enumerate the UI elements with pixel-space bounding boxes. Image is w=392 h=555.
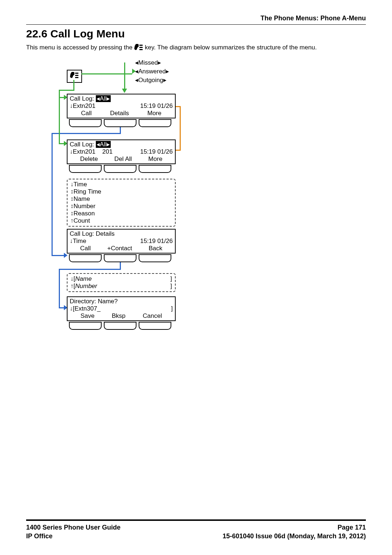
softkey-button[interactable] [139,119,171,127]
footer-rule [26,519,366,521]
softkey-button[interactable] [104,165,136,173]
screen2-all-tag: ◂All▸ [96,141,111,148]
screen2-softkey1-label: Delete [80,155,98,163]
screen2-title-prefix: Call Log: [70,141,94,148]
screen1-softkey2-label: Details [110,110,129,117]
details-field: ↕Ring Time [70,188,172,195]
page-footer: 1400 Series Phone User Guide Page 171 IP… [26,519,366,540]
screen1-row2-left: ↓Extn201 [70,102,95,110]
softkey-button[interactable] [139,165,171,173]
screen2-row2-left: ↓Extn201 [70,148,95,155]
svg-rect-3 [75,73,78,74]
softkey-button[interactable] [104,119,136,127]
softkey-button[interactable] [139,254,171,262]
softkey-button[interactable] [104,254,136,262]
screen-call-log-2: Call Log: ◂All▸ ↓Extn201 201 15:19 01/26… [67,139,176,164]
screen3-softkey1-label: Call [80,245,91,252]
softkey-button[interactable] [104,322,136,330]
screen1-all-tag: ◂All▸ [96,95,111,102]
details-field: ↕Reason [70,210,172,217]
screen4-title: Directory: Name? [70,298,173,305]
section-title: 22.6 Call Log Menu [26,28,366,40]
footer-left-1: 1400 Series Phone User Guide [26,523,121,532]
screen4-row2-left: ↓[Extn307_ [70,305,101,312]
menu-diagram: ◂Missed▸ ◂Answered▸ ◂Outgoing▸ [41,59,193,353]
details-field: ↕Number [70,203,172,210]
softkey-button[interactable] [69,165,102,173]
section-intro: This menu is accessed by pressing the ke… [26,44,366,52]
filter-missed: ◂Missed▸ [135,59,161,66]
nn-line2-pre: ↑[ [70,283,75,289]
screen2-softkey3-label: More [148,155,163,163]
details-field: ↓Time [70,181,172,188]
screen1-softkeys [69,119,171,127]
screen1-softkey1-label: Call [81,110,91,117]
screen4-softkeys [69,322,171,330]
screen3-softkey3-label: Back [148,245,162,252]
filter-answered: ◂Answered▸ [135,68,169,75]
nn-close2: ] [170,283,172,290]
intro-text-after: key. The diagram below summarizes the st… [145,44,317,51]
screen-call-log-1: Call Log: ◂All▸ ↓Extn201 15:19 01/26 Cal… [67,94,176,118]
screen-directory-name: Directory: Name? ↓[Extn307_ ] Save Bksp … [67,296,176,321]
intro-text-before: This menu is accessed by pressing the [26,44,132,51]
svg-rect-2 [139,49,143,50]
screen2-softkeys [69,165,171,173]
screen3-softkey2-label: +Contact [107,245,132,252]
call-log-icon [70,72,79,80]
screen4-softkey3-label: Cancel [143,312,162,320]
nn-line1-pre: ↓[ [70,275,75,282]
screen4-softkey2-label: Bksp [112,312,126,320]
svg-rect-0 [139,45,143,46]
softkey-button[interactable] [69,254,102,262]
screen2-row2-right: 15:19 01/26 [140,148,173,155]
details-field: ↕Name [70,195,172,203]
filter-outgoing: ◂Outgoing▸ [135,76,167,84]
svg-rect-4 [75,75,78,76]
details-field: ↑Count [70,217,172,224]
screen-call-log-details: Call Log: Details ↓Time 15:19 01/26 Call… [67,229,176,254]
softkey-button[interactable] [139,322,171,330]
nn-name: Name [75,275,91,282]
screen4-softkey1-label: Save [81,312,95,320]
screen1-row2-right: 15:19 01/26 [140,102,173,110]
call-log-key-icon [134,44,143,52]
softkey-button[interactable] [69,322,102,330]
call-log-button-box [67,70,82,83]
screen1-softkey3-label: More [147,110,162,117]
svg-rect-5 [75,77,78,78]
details-fields-box: ↓Time ↕Ring Time ↕Name ↕Number ↕Reason ↑… [67,179,176,227]
svg-rect-1 [139,47,143,48]
screen2-softkey2-label: Del All [114,155,132,163]
screen3-row2-left: ↓Time [70,238,86,245]
footer-left-2: IP Office [26,532,53,540]
screen3-title: Call Log: Details [70,230,173,238]
screen2-row2-mid: 201 [102,148,113,155]
screen1-title-prefix: Call Log: [70,95,94,102]
nn-number: Number [75,283,97,289]
header-rule [26,24,366,25]
footer-right-1: Page 171 [338,523,366,532]
screen3-softkeys [69,254,171,262]
name-number-box: ↓[Name ] ↑[Number ] [67,273,176,292]
screen4-row2-right: ] [171,305,173,312]
nn-close1: ] [170,275,172,283]
page-header-breadcrumb: The Phone Menus: Phone A-Menu [26,15,366,22]
softkey-button[interactable] [69,119,102,127]
footer-right-2: 15-601040 Issue 06d (Monday, March 19, 2… [222,532,366,540]
screen3-row2-right: 15:19 01/26 [140,238,173,245]
